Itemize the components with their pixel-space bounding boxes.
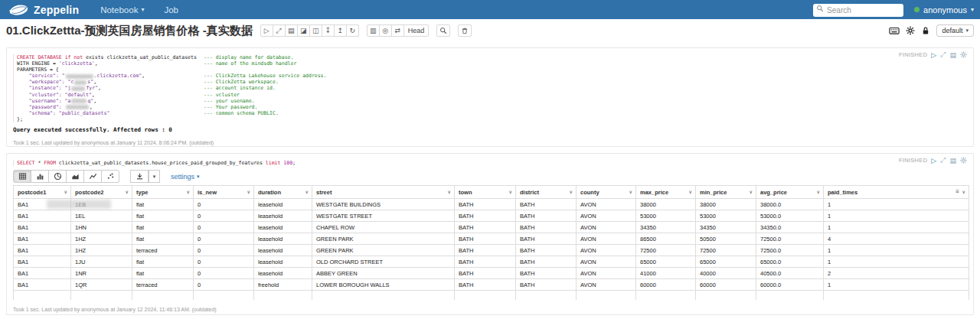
code-line: SELECT * FROM clickzetta_uat_public_data… <box>17 160 967 166</box>
table-row: BA11HNflat0leaseholdCHAPEL ROWBATHBATHAV… <box>14 222 969 233</box>
download-split-button: ▾ <box>130 170 160 183</box>
interpreter-gear-icon[interactable] <box>906 26 915 35</box>
pie-chart-button[interactable] <box>48 170 67 183</box>
code-comment: --- common schema PUBLIC. <box>204 110 279 116</box>
blimp-icon <box>9 4 29 15</box>
redacted-value <box>66 74 93 79</box>
column-filter-chevron-icon[interactable]: ∨ <box>962 189 965 194</box>
column-filter-chevron-icon[interactable]: ∨ <box>570 189 573 194</box>
column-filter-chevron-icon[interactable]: ∨ <box>247 189 250 194</box>
result-table-container[interactable]: postcode1∨postcode2∨type∨is_new∨duration… <box>13 185 969 300</box>
table-row: BA11QRterraced0freeholdLOWER BOROUGH WAL… <box>14 279 969 291</box>
column-filter-chevron-icon[interactable]: ∨ <box>689 189 692 194</box>
commit-button[interactable]: ◎ <box>379 24 392 37</box>
column-header-avg_price[interactable]: avg_price∨ <box>756 186 824 199</box>
username: anonymous <box>923 5 967 15</box>
code-editor[interactable]: CREATE DATABASE if not exists clickzetta… <box>13 54 967 122</box>
pie-chart-icon <box>54 172 62 181</box>
code-line: }; <box>17 116 967 122</box>
column-header-town[interactable]: town∨ <box>455 186 516 199</box>
interpreter-dropdown[interactable]: default ▾ <box>936 24 974 37</box>
redacted-value <box>71 86 85 91</box>
shortcuts-keyboard-icon[interactable] <box>889 25 900 36</box>
toggle-output-button[interactable]: ▤ <box>285 24 298 37</box>
paragraph-footer: Took 1 sec. Last updated by anonymous at… <box>13 140 967 145</box>
code-line: "password": ,--- Your password. <box>17 104 967 110</box>
column-filter-chevron-icon[interactable]: ∨ <box>629 189 632 194</box>
settings-link[interactable]: settings ▾ <box>171 173 200 181</box>
column-header-county[interactable]: county∨ <box>577 186 636 199</box>
user-menu[interactable]: anonymous ▾ <box>914 5 974 15</box>
toggle-code-button[interactable]: ⤢ <box>273 24 286 37</box>
search-input[interactable] <box>813 4 903 17</box>
search-icon <box>439 27 447 34</box>
column-filter-chevron-icon[interactable]: ∨ <box>509 189 512 194</box>
permissions-lock-icon[interactable] <box>921 26 930 35</box>
clone-note-button[interactable]: ◫ <box>309 24 322 37</box>
table-row-clipped <box>14 291 969 301</box>
code-line: "schema": "public_datasets"--- common sc… <box>17 110 967 116</box>
book-icon: ▤ <box>288 27 295 34</box>
file-icon: ▥ <box>370 27 377 34</box>
query-result-text: Query executed successfully. Affected ro… <box>13 126 967 133</box>
area-chart-button[interactable] <box>66 170 84 183</box>
scatter-chart-icon <box>106 172 115 181</box>
table-menu-icon[interactable]: ≡ <box>956 188 959 195</box>
table-row: BA11EBflat0leaseholdWESTGATE BUILDINGSBA… <box>14 199 969 210</box>
nav-menu: Notebook ▾ Job <box>100 5 178 15</box>
column-filter-chevron-icon[interactable]: ∨ <box>750 189 753 194</box>
download-data-button[interactable] <box>130 170 149 183</box>
code-editor[interactable]: SELECT * FROM clickzetta_uat_public_data… <box>13 160 967 166</box>
column-header-type[interactable]: type∨ <box>132 186 194 199</box>
redacted-value <box>66 105 89 109</box>
result-table: postcode1∨postcode2∨type∨is_new∨duration… <box>13 185 969 300</box>
code-line: "vcluster": "default",--- vcluster <box>17 92 967 98</box>
code-line: "workspace": "cs",--- ClickZetta workspa… <box>17 79 967 85</box>
column-filter-chevron-icon[interactable]: ∨ <box>187 189 190 194</box>
column-filter-chevron-icon[interactable]: ∨ <box>64 189 67 194</box>
column-header-duration[interactable]: duration∨ <box>254 186 312 199</box>
note-title[interactable]: 01.ClickZettta-预测英国房屋销售价格 -真实数据 <box>6 24 253 38</box>
export-note-button[interactable]: ↧ <box>322 24 335 37</box>
paragraph-1: FINISHED ▷⤢▤ CREATE DATABASE if not exis… <box>6 47 974 147</box>
import-note-button[interactable]: ↥ <box>334 24 347 37</box>
reload-note-button[interactable]: ↻ <box>346 24 359 37</box>
version-control-group: ▥ ◎ ⇄ Head <box>367 24 430 37</box>
revision-label: Head <box>407 27 426 34</box>
revision-head-button[interactable]: Head <box>403 24 430 37</box>
delete-note-button[interactable] <box>458 24 472 37</box>
chevron-down-icon: ▾ <box>197 174 200 180</box>
line-chart-button[interactable] <box>83 170 102 183</box>
scatter-chart-button[interactable] <box>101 170 119 183</box>
arrows-expand-icon: ⤢ <box>276 27 282 35</box>
chart-type-group <box>13 170 119 183</box>
column-header-max_price[interactable]: max_price∨ <box>636 186 696 199</box>
column-header-paid_times[interactable]: paid_times∨≡ <box>824 186 969 199</box>
column-header-street[interactable]: street∨ <box>312 186 455 199</box>
column-filter-chevron-icon[interactable]: ∨ <box>817 189 820 194</box>
column-header-postcode1[interactable]: postcode1∨ <box>14 186 71 199</box>
bar-chart-button[interactable] <box>31 170 49 183</box>
table-chart-button[interactable] <box>13 170 31 183</box>
column-header-min_price[interactable]: min_price∨ <box>696 186 756 199</box>
clear-output-button[interactable]: ◪ <box>297 24 310 37</box>
column-filter-chevron-icon[interactable]: ∨ <box>305 189 309 194</box>
code-line: "service": ".clickzetta.com",--- ClickZe… <box>17 73 967 79</box>
zeppelin-logo[interactable]: Zeppelin <box>9 4 79 16</box>
column-header-postcode2[interactable]: postcode2∨ <box>71 186 132 199</box>
commit-icon: ◎ <box>382 27 388 34</box>
nav-item-job[interactable]: Job <box>164 5 178 15</box>
table-row: BA11ELflat0leaseholdWESTGATE STREETBATHB… <box>14 210 969 222</box>
version-file-button[interactable]: ▥ <box>367 24 380 37</box>
column-filter-chevron-icon[interactable]: ∨ <box>448 189 451 194</box>
nav-item-notebook[interactable]: Notebook ▾ <box>100 5 144 15</box>
search-code-button[interactable] <box>436 24 450 37</box>
column-header-is_new[interactable]: is_new∨ <box>194 186 254 199</box>
download-options-button[interactable]: ▾ <box>149 170 160 183</box>
column-header-district[interactable]: district∨ <box>516 186 577 199</box>
column-filter-chevron-icon[interactable]: ∨ <box>126 189 129 194</box>
compare-revisions-button[interactable]: ⇄ <box>391 24 404 37</box>
table-row: BA11JUflat0leaseholdOLD ORCHARD STREETBA… <box>14 256 969 268</box>
table-row: BA11NRflat0leaseholdABBEY GREENBATHBATHA… <box>14 268 969 279</box>
run-all-button[interactable]: ▷ <box>260 24 273 37</box>
